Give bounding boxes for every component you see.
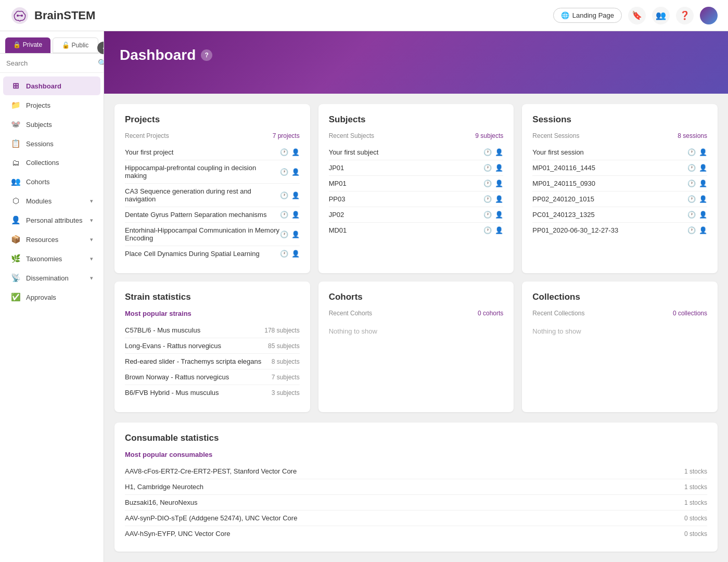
projects-card-title: Projects <box>125 114 300 125</box>
user-icon: 👤 <box>291 191 300 199</box>
sidebar-item-projects[interactable]: 📁 Projects <box>3 96 100 114</box>
subject-item[interactable]: Your first subject 🕐👤 <box>329 145 504 160</box>
cohorts-section-count: 0 cohorts <box>478 310 503 317</box>
user-icon: 👤 <box>495 211 503 219</box>
tab-public[interactable]: 🔓 Public <box>53 37 99 53</box>
search-input[interactable] <box>6 59 94 67</box>
user-icon: 👤 <box>495 148 503 156</box>
resources-icon: 📦 <box>10 235 21 244</box>
session-item[interactable]: PC01_240123_1325 🕐👤 <box>532 207 707 223</box>
consumable-item[interactable]: AAV8-cFos-ERT2-Cre-ERT2-PEST, Stanford V… <box>125 464 707 479</box>
project-item[interactable]: Place Cell Dynamics During Spatial Learn… <box>125 246 300 261</box>
user-icon: 👤 <box>699 226 707 234</box>
user-icon: 👤 <box>699 180 707 187</box>
strain-stats-subheader: Most popular strains <box>125 310 300 317</box>
sidebar-item-sessions[interactable]: 📋 Sessions <box>3 134 100 153</box>
user-icon: 👤 <box>699 164 707 172</box>
project-item[interactable]: CA3 Sequence generation during rest and … <box>125 184 300 207</box>
sidebar-item-dashboard[interactable]: ⊞ Dashboard <box>3 76 100 95</box>
sessions-card-title: Sessions <box>532 114 707 125</box>
session-item[interactable]: PP01_2020-06-30_12-27-33 🕐👤 <box>532 223 707 238</box>
consumable-item[interactable]: H1, Cambridge Neurotech 1 stocks <box>125 479 707 495</box>
app-logo[interactable]: BrainSTEM <box>10 6 553 25</box>
clock-icon: 🕐 <box>687 211 696 219</box>
project-item[interactable]: Hippocampal-prefrontal coupling in decis… <box>125 160 300 184</box>
strain-item[interactable]: C57BL/6 - Mus musculus 178 subjects <box>125 323 300 338</box>
sidebar-item-modules[interactable]: ⬡ Modules ▾ <box>3 191 100 210</box>
projects-section-count: 7 projects <box>273 132 300 139</box>
strain-item[interactable]: Long-Evans - Rattus norvegicus 85 subjec… <box>125 338 300 354</box>
content-area: Dashboard ? Projects Recent Projects 7 p… <box>104 31 728 562</box>
subjects-card: Subjects Recent Subjects 9 subjects Your… <box>318 104 514 273</box>
sidebar-item-approvals[interactable]: ✅ Approvals <box>3 288 100 306</box>
sidebar-tabs: 🔒 Private 🔓 Public <box>0 31 104 54</box>
user-icon: 👤 <box>699 211 707 219</box>
project-item[interactable]: Entorhinal-Hippocampal Communication in … <box>125 223 300 246</box>
strain-stats-card: Strain statistics Most popular strains C… <box>114 282 310 412</box>
subject-item[interactable]: MP01 🕐👤 <box>329 176 504 191</box>
session-item[interactable]: MP01_240116_1445 🕐👤 <box>532 160 707 176</box>
consumable-stats-list: AAV8-cFos-ERT2-Cre-ERT2-PEST, Stanford V… <box>125 464 707 541</box>
sidebar: ‹ 🔒 Private 🔓 Public 🔍 ⊞ Dashboard 📁 Pro… <box>0 31 104 562</box>
user-icon: 👤 <box>291 168 300 176</box>
tab-private[interactable]: 🔒 Private <box>5 37 50 53</box>
cohorts-section-header: Recent Cohorts 0 cohorts <box>329 310 504 317</box>
approvals-icon: ✅ <box>10 292 21 302</box>
clock-icon: 🕐 <box>280 211 288 219</box>
sessions-section-label: Recent Sessions <box>532 132 579 139</box>
clock-icon: 🕐 <box>483 180 492 187</box>
consumable-item[interactable]: AAV-synP-DIO-sTpE (Addgene 52474), UNC V… <box>125 510 707 526</box>
modules-chevron: ▾ <box>90 198 93 205</box>
public-lock-icon: 🔓 <box>62 42 70 49</box>
logo-icon <box>10 6 29 25</box>
consumable-section: Consumable statistics Most popular consu… <box>104 423 728 562</box>
sidebar-item-taxonomies[interactable]: 🌿 Taxonomies ▾ <box>3 249 100 268</box>
subject-item[interactable]: MD01 🕐👤 <box>329 223 504 238</box>
svg-point-2 <box>21 15 23 17</box>
dissemination-icon: 📡 <box>10 273 21 283</box>
clock-icon: 🕐 <box>483 164 492 172</box>
sidebar-item-personal-attributes[interactable]: 👤 Personal attributes ▾ <box>3 211 100 229</box>
globe-icon: 🌐 <box>561 11 569 19</box>
dashboard-help-icon[interactable]: ? <box>201 49 212 61</box>
search-icon: 🔍 <box>98 59 104 67</box>
sidebar-item-subjects[interactable]: 🐭 Subjects <box>3 115 100 134</box>
sidebar-item-collections[interactable]: 🗂 Collections <box>3 154 100 172</box>
session-item[interactable]: PP02_240120_1015 🕐👤 <box>532 191 707 207</box>
clock-icon: 🕐 <box>280 231 288 238</box>
landing-page-button[interactable]: 🌐 Landing Page <box>553 8 622 23</box>
clock-icon: 🕐 <box>483 211 492 219</box>
subject-item[interactable]: JP02 🕐👤 <box>329 207 504 223</box>
sidebar-item-dissemination[interactable]: 📡 Dissemination ▾ <box>3 269 100 287</box>
strain-item[interactable]: Brown Norway - Rattus norvegicus 7 subje… <box>125 369 300 385</box>
project-item[interactable]: Dentate Gyrus Pattern Separation mechani… <box>125 207 300 223</box>
user-icon: 👤 <box>291 250 300 258</box>
avatar[interactable] <box>700 7 718 24</box>
bookmark-button[interactable]: 🔖 <box>628 7 646 24</box>
strain-item[interactable]: Red-eared slider - Trachemys scripta ele… <box>125 354 300 369</box>
navbar-actions: 🌐 Landing Page 🔖 👥 ❓ <box>553 7 718 24</box>
subjects-list: Your first subject 🕐👤 JP01 🕐👤 MP01 🕐👤 PP… <box>329 145 504 238</box>
sidebar-item-resources[interactable]: 📦 Resources ▾ <box>3 230 100 249</box>
user-icon: 👤 <box>291 148 300 156</box>
subjects-card-title: Subjects <box>329 114 504 125</box>
strain-item[interactable]: B6/FVB Hybrid - Mus musculus 3 subjects <box>125 385 300 400</box>
consumable-item[interactable]: AAV-hSyn-EYFP, UNC Vector Core 0 stocks <box>125 526 707 541</box>
user-icon: 👤 <box>699 148 707 156</box>
clock-icon: 🕐 <box>280 250 288 258</box>
session-item[interactable]: Your first session 🕐👤 <box>532 145 707 160</box>
sessions-section-count: 8 sessions <box>678 132 707 139</box>
users-button[interactable]: 👥 <box>652 7 670 24</box>
sidebar-item-cohorts[interactable]: 👥 Cohorts <box>3 172 100 191</box>
help-button[interactable]: ❓ <box>676 7 694 24</box>
collections-card-title: Collections <box>532 292 707 302</box>
subject-item[interactable]: PP03 🕐👤 <box>329 191 504 207</box>
subject-item[interactable]: JP01 🕐👤 <box>329 160 504 176</box>
session-item[interactable]: MP01_240115_0930 🕐👤 <box>532 176 707 191</box>
dashboard-icon: ⊞ <box>10 81 21 91</box>
project-item[interactable]: Your first project 🕐👤 <box>125 145 300 160</box>
user-icon: 👤 <box>699 195 707 203</box>
consumable-item[interactable]: Buzsaki16, NeuroNexus 1 stocks <box>125 495 707 510</box>
consumable-stats-card: Consumable statistics Most popular consu… <box>114 423 718 552</box>
sessions-section-header: Recent Sessions 8 sessions <box>532 132 707 139</box>
